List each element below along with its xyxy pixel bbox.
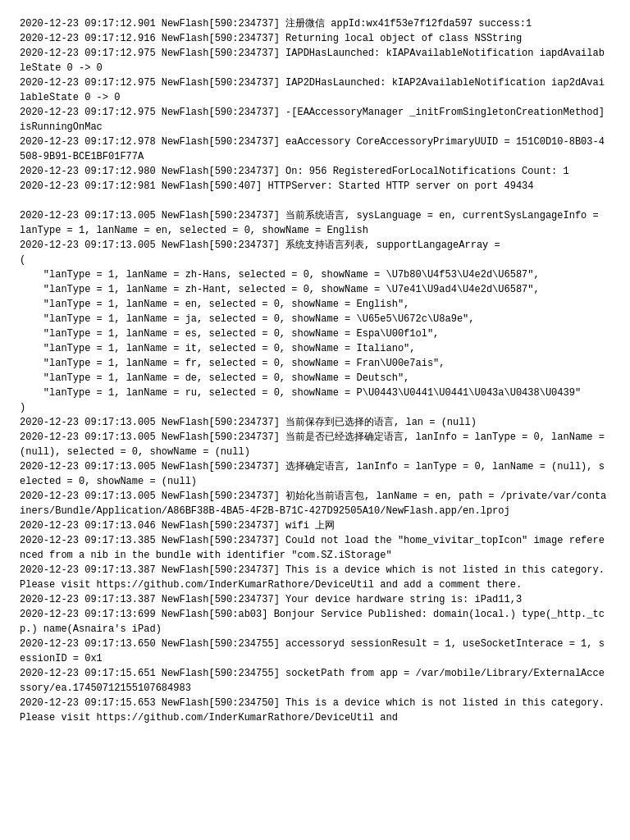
log-output: 2020-12-23 09:17:12.901 NewFlash[590:234…	[20, 16, 610, 725]
